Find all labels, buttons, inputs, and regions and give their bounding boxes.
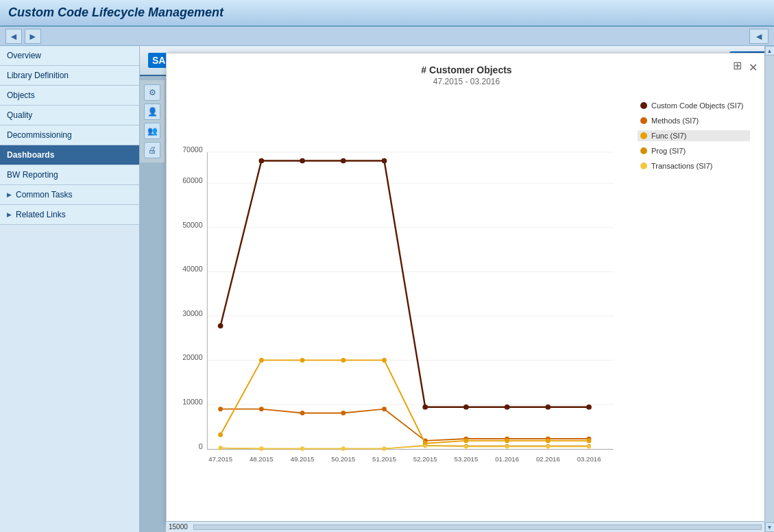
legend-item-methods[interactable]: Methods (SI7) — [638, 115, 750, 126]
svg-point-57 — [587, 439, 592, 444]
chart-svg: 0 10000 20000 30000 40000 50000 60000 70… — [178, 95, 627, 513]
app-title-bar: Custom Code Lifecycle Management — [0, 0, 774, 27]
svg-point-39 — [259, 407, 264, 411]
svg-text:10000: 10000 — [182, 398, 203, 406]
scroll-up-arrow[interactable]: ▲ — [765, 46, 775, 56]
svg-point-49 — [259, 358, 264, 363]
svg-point-50 — [300, 358, 305, 363]
svg-point-56 — [546, 439, 551, 444]
legend-item-custom-code-objects[interactable]: Custom Code Objects (SI7) — [638, 100, 750, 111]
svg-point-28 — [218, 323, 223, 328]
chart-svg-area: 0 10000 20000 30000 40000 50000 60000 70… — [178, 95, 627, 513]
svg-point-32 — [382, 158, 387, 164]
svg-point-77 — [587, 445, 591, 449]
svg-text:03.2016: 03.2016 — [577, 455, 601, 463]
svg-text:01.2016: 01.2016 — [495, 455, 519, 463]
app-title: Custom Code Lifecycle Management — [8, 5, 223, 19]
legend-label-methods: Methods (SI7) — [651, 117, 699, 125]
svg-point-40 — [300, 411, 305, 415]
scroll-value: 15000 — [169, 523, 188, 531]
svg-point-68 — [219, 446, 223, 450]
right-scrollbar: ▲ ▼ — [764, 46, 774, 532]
chart-subtitle: 47.2015 - 03.2016 — [178, 77, 755, 86]
users-icon[interactable]: 👥 — [144, 123, 160, 139]
legend-label-custom-code-objects: Custom Code Objects (SI7) — [651, 101, 744, 110]
svg-point-48 — [218, 433, 223, 437]
svg-point-51 — [341, 358, 346, 363]
legend-label-prog: Prog (SI7) — [651, 147, 686, 155]
app-container: Custom Code Lifecycle Management ◄ ► ◄ O… — [0, 0, 774, 532]
nav-bar: ◄ ► ◄ — [0, 27, 774, 46]
svg-text:50000: 50000 — [182, 221, 203, 229]
sidebar-item-related-links[interactable]: Related Links — [0, 205, 139, 225]
svg-point-73 — [423, 444, 427, 448]
sidebar-item-library-definition[interactable]: Library Definition — [0, 66, 139, 86]
scroll-bar-indicator[interactable] — [193, 524, 762, 530]
legend-item-transactions[interactable]: Transactions (SI7) — [638, 160, 750, 171]
scroll-down-arrow[interactable]: ▼ — [765, 522, 775, 532]
svg-text:48.2015: 48.2015 — [250, 455, 274, 463]
legend-dot-transactions — [640, 162, 647, 169]
user-icon[interactable]: 👤 — [144, 104, 160, 120]
svg-point-75 — [505, 445, 509, 449]
sidebar-item-dashboards[interactable]: Dashboards — [0, 145, 139, 165]
content-area: SAP SAP Solution Manager - ICI Dashboard… — [140, 46, 774, 532]
svg-point-74 — [464, 445, 468, 449]
chart-table-icon[interactable]: ⊞ — [733, 59, 742, 72]
svg-text:60000: 60000 — [182, 176, 203, 184]
svg-text:0: 0 — [199, 442, 203, 450]
svg-text:30000: 30000 — [182, 309, 203, 317]
chart-modal: ✕ ⊞ # Customer Objects 47.2015 - 03.2016… — [166, 53, 767, 525]
bottom-scroll: 15000 — [166, 521, 764, 532]
svg-point-52 — [382, 358, 387, 363]
svg-point-38 — [218, 407, 223, 411]
chart-body: 0 10000 20000 30000 40000 50000 60000 70… — [178, 95, 755, 513]
legend-dot-func — [640, 132, 647, 139]
svg-point-34 — [463, 404, 469, 410]
svg-point-29 — [258, 158, 264, 164]
svg-text:40000: 40000 — [182, 265, 203, 273]
svg-point-55 — [505, 439, 509, 444]
sidebar-item-overview[interactable]: Overview — [0, 46, 139, 66]
chart-title: # Customer Objects — [178, 64, 755, 75]
svg-point-72 — [383, 447, 387, 451]
svg-point-37 — [586, 404, 592, 410]
svg-point-33 — [422, 404, 428, 410]
legend-item-func[interactable]: Func (SI7) — [638, 130, 750, 141]
svg-text:20000: 20000 — [182, 353, 203, 361]
sidebar-item-objects[interactable]: Objects — [0, 86, 139, 106]
svg-text:51.2015: 51.2015 — [372, 455, 396, 463]
svg-point-30 — [300, 158, 305, 164]
svg-point-36 — [546, 404, 551, 410]
nav-collapse-button[interactable]: ◄ — [749, 29, 769, 44]
legend-dot-custom-code-objects — [640, 102, 647, 109]
print-icon[interactable]: 🖨 — [144, 142, 160, 158]
svg-text:49.2015: 49.2015 — [291, 455, 315, 463]
svg-point-76 — [546, 445, 550, 449]
svg-text:52.2015: 52.2015 — [413, 455, 437, 463]
main-layout: Overview Library Definition Objects Qual… — [0, 46, 774, 532]
svg-point-71 — [341, 447, 346, 451]
svg-text:53.2015: 53.2015 — [455, 455, 479, 463]
nav-forward-button[interactable]: ► — [25, 29, 41, 44]
svg-text:47.2015: 47.2015 — [208, 455, 232, 463]
nav-back-button[interactable]: ◄ — [5, 29, 22, 44]
legend-label-transactions: Transactions (SI7) — [651, 162, 712, 170]
legend-dot-methods — [640, 117, 647, 124]
sidebar-item-common-tasks[interactable]: Common Tasks — [0, 185, 139, 205]
svg-point-54 — [464, 439, 469, 444]
sidebar-item-quality[interactable]: Quality — [0, 106, 139, 125]
svg-point-35 — [505, 404, 510, 410]
chart-close-button[interactable]: ✕ — [746, 60, 760, 74]
sidebar: Overview Library Definition Objects Qual… — [0, 46, 140, 532]
sidebar-item-bw-reporting[interactable]: BW Reporting — [0, 165, 139, 185]
legend-dot-prog — [640, 147, 647, 154]
settings-icon[interactable]: ⚙ — [144, 84, 160, 101]
svg-point-69 — [259, 447, 263, 451]
toolbar-area: ⚙ 👤 👥 🖨 — [140, 80, 165, 162]
chart-legend: Custom Code Objects (SI7) Methods (SI7) … — [632, 95, 755, 513]
sidebar-item-decommissioning[interactable]: Decommissioning — [0, 125, 139, 145]
legend-label-func: Func (SI7) — [651, 132, 686, 140]
legend-item-prog[interactable]: Prog (SI7) — [638, 145, 750, 156]
svg-point-31 — [341, 158, 346, 164]
